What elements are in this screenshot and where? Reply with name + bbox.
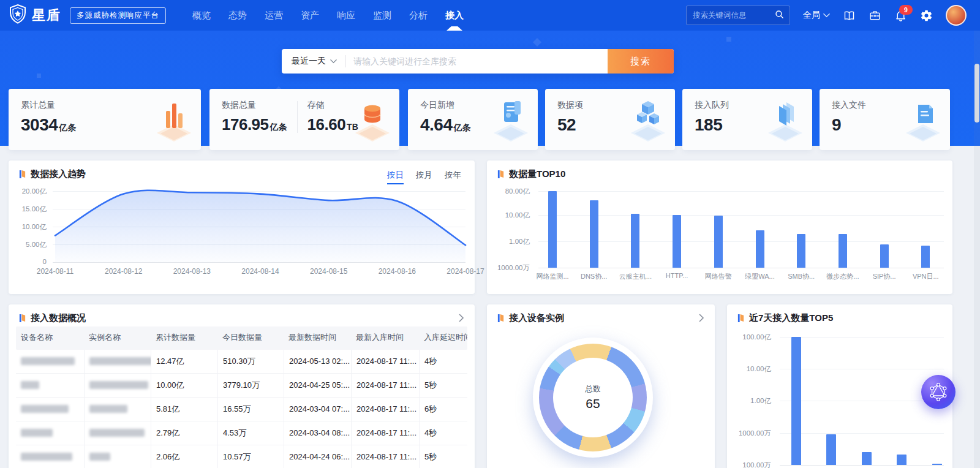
y-axis-label: 1.00亿 <box>493 237 530 246</box>
gear-icon[interactable] <box>920 9 933 22</box>
table-header-cell: 入库延迟时间 <box>419 326 467 350</box>
cubes-blue-icon <box>627 96 669 143</box>
category-label: 云服主机... <box>616 272 655 281</box>
category-label: 网络监测... <box>533 272 572 281</box>
category-label: SMB协... <box>782 272 821 281</box>
stat-card-today-new: 今日新增4.64亿条 <box>408 89 538 150</box>
bars-orange-icon <box>153 96 195 143</box>
stat-value: 4.64亿条 <box>420 116 471 134</box>
device-donut-chart: 总数 65 <box>533 338 653 458</box>
donut-center-value: 65 <box>586 396 600 411</box>
stat-value: 52 <box>557 116 583 134</box>
table-row[interactable]: 2.79亿4.53万2024-03-04 08:...2024-08-17 11… <box>16 421 467 445</box>
table-row[interactable]: 12.47亿510.30万2024-05-13 02:...2024-08-17… <box>16 350 467 374</box>
device-name-cell-redacted <box>16 398 84 421</box>
navbar-right: 全局 9 <box>686 5 967 26</box>
chevron-right-icon[interactable] <box>696 313 706 323</box>
bar <box>839 234 847 268</box>
stat-value: 9 <box>832 116 866 134</box>
category-label: 微步态势... <box>823 272 862 281</box>
queue-blue-icon <box>764 96 806 143</box>
device-instances-title: 接入设备实例 <box>497 312 564 324</box>
gridline <box>780 465 944 466</box>
nav-item-analysis[interactable]: 分析 <box>406 0 431 31</box>
chevron-down-icon <box>330 59 337 64</box>
nav-item-monitoring[interactable]: 监测 <box>370 0 394 31</box>
decoration <box>37 74 41 78</box>
stat-metric: 累计总量3034亿条 <box>21 100 76 134</box>
stat-metric: 今日新增4.64亿条 <box>420 100 471 134</box>
user-avatar[interactable] <box>946 5 967 26</box>
network-float-button[interactable] <box>921 375 956 409</box>
document-blue-icon <box>490 96 532 143</box>
stat-label: 接入队列 <box>695 100 729 111</box>
gridline <box>780 337 944 338</box>
active-tab-indicator <box>447 26 462 31</box>
y-axis-label: 80.00亿 <box>493 187 530 196</box>
y-axis-label: 10.00亿 <box>493 211 530 220</box>
trend-line-svg <box>9 160 475 294</box>
trend-panel: 数据接入趋势 按日按月按年 20.00亿15.00亿10.00亿5.00亿020… <box>9 160 475 294</box>
table-cell: 4秒 <box>419 350 467 373</box>
table-cell: 2.06亿 <box>151 445 217 468</box>
access-data-panel-title: 接入数据概况 <box>18 312 86 324</box>
table-row[interactable]: 2.06亿10.57万2024-04-24 06:...2024-08-17 1… <box>16 445 467 468</box>
stat-metric: 接入队列185 <box>695 100 729 134</box>
stat-label: 接入文件 <box>832 100 866 111</box>
table-cell: 5.81亿 <box>151 398 217 421</box>
category-label: SIP协... <box>865 272 904 281</box>
toolbox-icon[interactable] <box>869 9 881 22</box>
stat-label: 数据总量 <box>222 100 287 111</box>
decoration <box>726 37 731 42</box>
top5-panel: 近7天接入数量TOP5 100.00亿10.00亿1.00亿1000.00万10… <box>727 304 952 468</box>
y-axis-label: 100.00亿 <box>729 333 771 342</box>
bar <box>862 452 872 465</box>
files-blue-icon <box>902 96 944 143</box>
time-range-selector[interactable]: 最近一天 <box>282 56 345 67</box>
stat-value: 185 <box>695 116 729 134</box>
nav-search[interactable] <box>686 6 790 25</box>
table-row[interactable]: 5.81亿16.55万2024-03-04 07:...2024-08-17 1… <box>16 398 467 421</box>
nav-item-response[interactable]: 响应 <box>334 0 358 31</box>
category-label: 绿盟WA... <box>741 272 780 281</box>
top5-bar-chart: 100.00亿10.00亿1.00亿1000.00万100.00万 <box>727 304 952 468</box>
top10-panel: 数据量TOP10 80.00亿10.00亿1.00亿1000.00万网络监测..… <box>487 160 952 294</box>
table-cell: 2024-04-24 06:... <box>284 445 351 468</box>
category-label: 网络告警 <box>699 272 738 281</box>
bar <box>880 244 889 268</box>
nav-item-overview[interactable]: 概览 <box>189 0 214 31</box>
nav-item-operations[interactable]: 运营 <box>262 0 286 31</box>
bar <box>590 200 598 268</box>
scrollbar-track[interactable] <box>974 31 980 468</box>
search-button[interactable]: 搜索 <box>608 49 674 74</box>
gridline <box>538 268 944 268</box>
nav-search-input[interactable] <box>692 10 774 20</box>
scope-selector[interactable]: 全局 <box>803 10 830 21</box>
bar <box>791 337 801 465</box>
access-data-table: 设备名称实例名称累计数据量今日数据量最新数据时间最新入库时间入库延迟时间12.4… <box>16 326 467 468</box>
notification-count-badge: 9 <box>899 5 913 15</box>
stat-card-queues: 接入队列185 <box>682 89 812 150</box>
bar <box>714 216 723 268</box>
stat-card-volume: 数据总量176.95亿条存储16.60TB <box>209 89 399 150</box>
global-search-input[interactable] <box>346 56 608 66</box>
table-cell: 6秒 <box>419 398 467 421</box>
bar <box>756 230 764 268</box>
nav-item-assets[interactable]: 资产 <box>298 0 322 31</box>
nav-item-access[interactable]: 接入 <box>442 0 467 31</box>
search-icon[interactable] <box>774 9 785 22</box>
table-header-cell: 累计数据量 <box>151 326 217 350</box>
notifications-bell-icon[interactable]: 9 <box>894 9 907 22</box>
chevron-right-icon[interactable] <box>456 313 466 323</box>
nav-item-situation[interactable]: 态势 <box>225 0 250 31</box>
device-name-cell-redacted <box>16 421 84 445</box>
bar <box>897 455 907 465</box>
scrollbar-thumb[interactable] <box>974 64 979 123</box>
table-row[interactable]: 10.00亿3779.10万2024-04-25 05:...2024-08-1… <box>16 374 467 398</box>
device-name-cell-redacted <box>16 350 84 373</box>
stat-metric: 存储16.60TB <box>307 100 358 132</box>
book-icon[interactable] <box>843 9 856 22</box>
gridline <box>538 241 944 242</box>
gridline <box>538 191 944 192</box>
stat-value: 176.95亿条 <box>222 116 287 133</box>
